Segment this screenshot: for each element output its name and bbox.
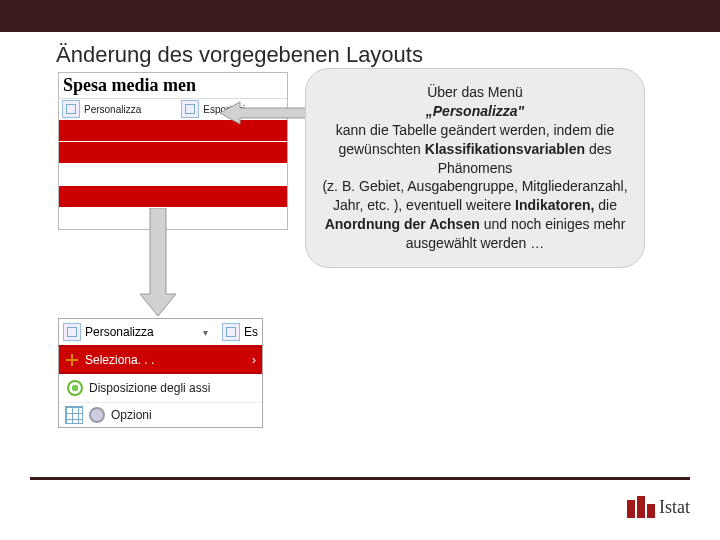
menu-header-label: Personalizza [85,325,154,339]
axes-icon [67,380,83,396]
export-icon [222,323,240,341]
caret-down-icon: ▾ [203,327,208,338]
callout-keyword: Anordnung der Achsen [325,216,480,232]
callout-text: Über das Menü [427,84,523,100]
menu-item-opzioni[interactable]: Opzioni [59,403,262,427]
menu-header[interactable]: Personalizza ▾ Es [59,319,262,346]
bottom-divider [30,477,690,480]
menu-item-label: Seleziona. . . [85,353,154,367]
top-bar [0,0,720,32]
menu-item-label: Disposizione degli assi [89,381,210,395]
personalizza-button[interactable]: Personalizza [62,100,141,118]
slide-title: Änderung des vorgegebenen Layouts [0,32,720,68]
gear-icon [89,407,105,423]
table-row [59,163,287,185]
menu-export-label: Es [244,325,258,339]
arrow-down-icon [140,208,176,318]
table-preview-panel: Spesa media men Personalizza Esportazi [58,72,288,230]
table-row [59,141,287,163]
plus-icon [65,353,79,367]
istat-logo: Istat [627,496,690,518]
menu-item-seleziona[interactable]: Seleziona. . . › [59,346,262,374]
callout-menu-name: „Personalizza" [426,103,524,119]
personalizza-icon [63,323,81,341]
callout-text: die [598,197,617,213]
callout-bubble: Über das Menü „Personalizza" kann die Ta… [305,68,645,268]
personalizza-label: Personalizza [84,104,141,115]
menu-item-disposizione[interactable]: Disposizione degli assi [59,374,262,403]
svg-marker-1 [140,208,176,316]
grid-icon [65,406,83,424]
export-icon [181,100,199,118]
menu-item-label: Opzioni [111,408,152,422]
personalizza-icon [62,100,80,118]
callout-keyword: Klassifikationsvariablen [425,141,585,157]
chevron-right-icon: › [252,353,256,367]
logo-bars-icon [627,496,655,518]
callout-keyword: Indikatoren, [515,197,594,213]
table-header: Spesa media men [59,73,287,98]
table-row [59,185,287,207]
personalizza-menu: Personalizza ▾ Es Seleziona. . . › Dispo… [58,318,263,428]
logo-text: Istat [659,497,690,518]
